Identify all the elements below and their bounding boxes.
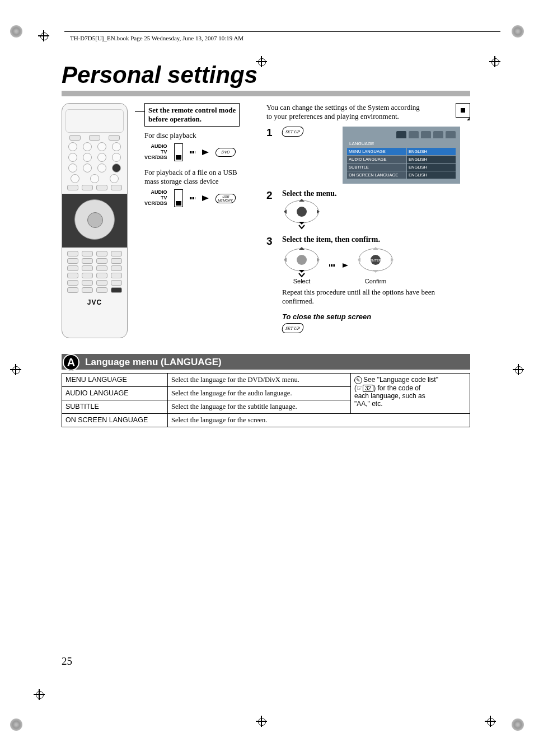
- table-desc: Select the language for the DVD/DivX men…: [168, 374, 351, 387]
- mode-switch-icon: [174, 189, 183, 207]
- registration-mark: [256, 716, 267, 727]
- page-number: 25: [62, 655, 72, 668]
- step-1-number: 1: [266, 127, 275, 184]
- osd-row: AUDIO LANGUAGEENGLISH: [347, 156, 456, 163]
- note-line1: See "Language code list": [363, 376, 438, 384]
- usb-playback-label-1: For playback of a file on a USB: [144, 168, 256, 177]
- running-header: TH-D7D5[U]_EN.book Page 25 Wednesday, Ju…: [70, 35, 243, 41]
- remote-illustration: JVC: [62, 103, 128, 338]
- registration-mark: [10, 364, 21, 375]
- registration-mark: [485, 716, 496, 727]
- page-ref-icon: 32: [363, 385, 373, 392]
- osd-tab-icon: [409, 131, 419, 138]
- dvd-button-icon: DVD: [214, 148, 236, 157]
- title-underline: [62, 91, 470, 96]
- hand-pointer-icon: ☞: [357, 384, 363, 392]
- svg-point-3: [297, 255, 307, 265]
- close-setup-title: To close the setup screen: [282, 312, 470, 321]
- setup-button-icon: SET UP: [281, 323, 304, 333]
- table-key: ON SCREEN LANGUAGE: [62, 414, 168, 427]
- cursor-dpad-select-icon: [282, 246, 321, 278]
- svg-point-1: [297, 207, 307, 217]
- osd-tab-icon: [446, 131, 456, 138]
- section-title: Language menu (LANGUAGE): [85, 357, 222, 368]
- language-table: MENU LANGUAGE Select the language for th…: [62, 373, 470, 427]
- osd-tab-icon: [421, 131, 431, 138]
- cursor-dpad-confirm-icon: ENTER: [356, 246, 395, 278]
- stop-icon: [456, 103, 470, 118]
- osd-tab-icon: [433, 131, 443, 138]
- repeat-text-2: confirmed.: [282, 297, 314, 305]
- step-3-title: Select the item, then confirm.: [282, 235, 470, 244]
- step-2-title: Select the menu.: [282, 189, 470, 198]
- intro-line2: to your preferences and playing environm…: [266, 112, 399, 120]
- section-heading-bar: A Language menu (LANGUAGE): [62, 354, 470, 370]
- registration-mark: [513, 364, 524, 375]
- section-badge: A: [63, 354, 79, 371]
- mode-title-line1: Set the remote control mode: [148, 106, 236, 114]
- table-note: ✎See "Language code list" (☞32) for the …: [351, 374, 470, 414]
- page-title: Personal settings: [62, 62, 470, 88]
- osd-screen: LANGUAGE MENU LANGUAGEENGLISH AUDIO LANG…: [343, 127, 460, 184]
- repeat-text-1: Repeat this procedure until all the opti…: [282, 288, 435, 296]
- registration-mark: [34, 689, 45, 700]
- note-icon: ✎: [354, 376, 362, 384]
- mode-figure-dvd: AUDIO TV VCR/DBS DVD: [144, 143, 256, 161]
- svg-text:ENTER: ENTER: [370, 259, 382, 262]
- osd-row: MENU LANGUAGEENGLISH: [347, 148, 456, 155]
- step-2-number: 2: [266, 189, 275, 230]
- arrow-right-icon: [343, 263, 348, 268]
- crop-mark: [512, 25, 524, 38]
- note-line4: "AA," etc.: [354, 400, 383, 408]
- table-key: SUBTITLE: [62, 400, 168, 414]
- mode-vcr-label: VCR/DBS: [144, 155, 167, 161]
- mode-title-line2: before operation.: [148, 115, 202, 123]
- registration-mark: [489, 56, 500, 67]
- setup-button-icon: SET UP: [281, 127, 304, 137]
- crop-mark: [10, 25, 22, 38]
- usb-playback-label-2: mass storage class device: [144, 177, 256, 186]
- remote-brand: JVC: [65, 298, 124, 306]
- osd-row: SUBTITLEENGLISH: [347, 164, 456, 171]
- confirm-caption: Confirm: [356, 278, 395, 284]
- table-key: AUDIO LANGUAGE: [62, 387, 168, 400]
- crop-mark: [10, 718, 22, 731]
- intro-line1: You can change the settings of the Syste…: [266, 103, 420, 111]
- arrow-right-icon: [202, 150, 209, 155]
- table-desc: Select the language for the subtitle lan…: [168, 400, 351, 414]
- crop-mark: [512, 718, 524, 731]
- osd-row: ON SCREEN LANGUAGEENGLISH: [347, 171, 456, 179]
- disc-playback-label: For disc playback: [144, 131, 256, 140]
- mode-switch-icon: [174, 143, 183, 161]
- table-desc: Select the language for the audio langua…: [168, 387, 351, 400]
- note-line3: each language, such as: [354, 392, 425, 400]
- osd-section-title: LANGUAGE: [347, 140, 456, 147]
- mode-figure-usb: AUDIO TV VCR/DBS USBMEMORY: [144, 189, 256, 207]
- cursor-dpad-icon: [282, 198, 321, 230]
- mode-vcr-label: VCR/DBS: [144, 201, 167, 207]
- arrow-right-icon: [202, 195, 209, 201]
- usb-memory-button-icon: USBMEMORY: [214, 194, 236, 203]
- table-desc: Select the language for the screen.: [168, 414, 470, 427]
- header-rule: [64, 31, 500, 32]
- registration-mark: [38, 30, 49, 41]
- step-3-number: 3: [266, 235, 275, 333]
- table-key: MENU LANGUAGE: [62, 374, 168, 387]
- select-caption: Select: [282, 278, 321, 284]
- osd-tab-icon: [396, 131, 406, 138]
